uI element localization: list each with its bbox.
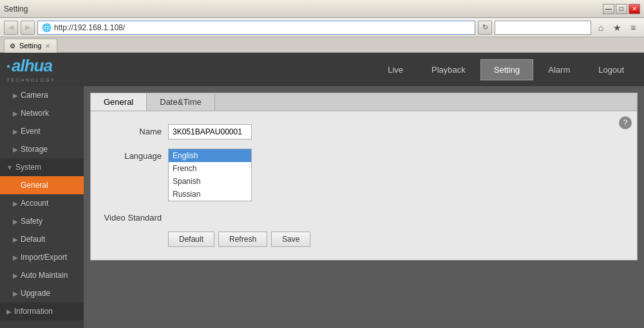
window-title: Setting	[4, 5, 28, 14]
arrow-icon: ▶	[6, 308, 12, 315]
sidebar-item-import-export[interactable]: ▶ Import/Export	[0, 248, 84, 266]
name-control	[168, 124, 252, 140]
tab-general[interactable]: General	[91, 93, 147, 111]
app-nav: Live Playback Setting Alarm Logout	[374, 59, 638, 80]
arrow-icon: ▶	[13, 290, 18, 297]
language-dropdown[interactable]: English French Spanish Russian	[168, 149, 252, 201]
maximize-button[interactable]: □	[616, 4, 627, 14]
window-controls: — □ ✕	[603, 4, 640, 14]
arrow-icon: ▶	[13, 200, 18, 207]
sidebar-item-upgrade[interactable]: ▶ Upgrade	[0, 284, 84, 302]
language-option-spanish[interactable]: Spanish	[169, 175, 251, 188]
sidebar-label: Auto Maintain	[21, 271, 68, 280]
sidebar-label: General	[21, 181, 48, 190]
save-button[interactable]: Save	[271, 232, 310, 247]
nav-logout[interactable]: Logout	[585, 59, 638, 80]
video-standard-row: Video Standard	[104, 210, 624, 223]
sidebar-label: Account	[21, 199, 48, 208]
sidebar-label: Safety	[21, 217, 43, 226]
language-option-french[interactable]: French	[169, 162, 251, 175]
sidebar-item-information[interactable]: ▶ Information	[0, 302, 84, 320]
nav-playback[interactable]: Playback	[418, 59, 479, 80]
app-container: ● alhua TECHNOLOGY Live Playback Setting…	[0, 53, 644, 328]
nav-setting[interactable]: Setting	[480, 59, 533, 80]
arrow-icon: ▶	[13, 254, 18, 261]
help-icon[interactable]: ?	[619, 116, 632, 129]
sidebar-label: Information	[14, 307, 53, 316]
sidebar-label: Event	[21, 127, 41, 136]
arrow-icon: ▶	[13, 218, 18, 225]
content-area: General Date&Time ? Name Language	[84, 86, 644, 328]
sidebar-item-auto-maintain[interactable]: ▶ Auto Maintain	[0, 266, 84, 284]
search-input[interactable]	[495, 21, 591, 35]
close-button[interactable]: ✕	[629, 4, 640, 14]
toolbar-icons: ⌂ ★ ≡	[594, 21, 640, 35]
search-area	[495, 21, 591, 35]
sidebar-item-general[interactable]: ▶ General	[0, 176, 84, 194]
language-row: Language English French Spanish Russian	[104, 149, 624, 201]
browser-nav-bar: ◀ ▶ 🌐 http://192.168.1.108/ ↻ ⌂ ★ ≡	[0, 18, 644, 37]
browser-tab[interactable]: ⚙ Setting ✕	[4, 39, 57, 53]
sidebar-item-system[interactable]: ▼ System	[0, 158, 84, 176]
language-label: Language	[104, 149, 168, 161]
language-option-russian[interactable]: Russian	[169, 188, 251, 201]
logo-subtext: TECHNOLOGY	[6, 77, 55, 83]
language-control: English French Spanish Russian	[168, 149, 252, 201]
arrow-icon: ▶	[13, 92, 18, 99]
app-logo: ● alhua TECHNOLOGY	[6, 56, 55, 83]
name-row: Name	[104, 124, 624, 140]
arrow-icon: ▶	[13, 272, 18, 279]
back-button[interactable]: ◀	[4, 21, 18, 35]
title-bar: Setting — □ ✕	[0, 0, 644, 18]
sidebar-label: Default	[21, 235, 45, 244]
arrow-icon: ▶	[13, 182, 18, 189]
button-row: Default Refresh Save	[104, 232, 624, 247]
default-button[interactable]: Default	[168, 232, 214, 247]
video-standard-label: Video Standard	[104, 210, 168, 223]
arrow-icon: ▼	[6, 164, 13, 171]
panel-tabs: General Date&Time	[91, 93, 637, 111]
tools-icon[interactable]: ≡	[626, 21, 640, 35]
sidebar-item-account[interactable]: ▶ Account	[0, 194, 84, 212]
arrow-icon: ▶	[13, 146, 18, 153]
content-panel: General Date&Time ? Name Language	[90, 93, 638, 260]
refresh-button[interactable]: ↻	[478, 21, 492, 35]
name-label: Name	[104, 124, 168, 136]
forward-button[interactable]: ▶	[21, 21, 35, 35]
sidebar-label: Storage	[21, 145, 48, 154]
sidebar-item-network[interactable]: ▶ Network	[0, 104, 84, 122]
home-icon[interactable]: ⌂	[594, 21, 608, 35]
address-favicon: 🌐	[42, 23, 52, 32]
tab-close-icon[interactable]: ✕	[45, 42, 50, 50]
nav-alarm[interactable]: Alarm	[535, 59, 583, 80]
arrow-icon: ▶	[13, 110, 18, 117]
sidebar-label: Import/Export	[21, 253, 67, 262]
tab-label: Setting	[19, 42, 41, 50]
sidebar-label: Upgrade	[21, 289, 50, 298]
sidebar-item-event[interactable]: ▶ Event	[0, 122, 84, 140]
sidebar-item-camera[interactable]: ▶ Camera	[0, 86, 84, 104]
sidebar: ▶ Camera ▶ Network ▶ Event ▶ Storage ▼ S…	[0, 86, 84, 328]
star-icon[interactable]: ★	[610, 21, 624, 35]
tab-datetime[interactable]: Date&Time	[147, 93, 215, 111]
panel-body: ? Name Language English French	[91, 111, 637, 260]
sidebar-label: Camera	[21, 91, 48, 100]
address-bar[interactable]: 🌐 http://192.168.1.108/	[37, 21, 475, 35]
arrow-icon: ▶	[13, 128, 18, 135]
nav-live[interactable]: Live	[374, 59, 417, 80]
language-option-english[interactable]: English	[169, 149, 251, 162]
refresh-button[interactable]: Refresh	[218, 232, 267, 247]
arrow-icon: ▶	[13, 236, 18, 243]
name-input[interactable]	[168, 124, 252, 140]
sidebar-label: Network	[21, 109, 49, 118]
sidebar-item-default[interactable]: ▶ Default	[0, 230, 84, 248]
tab-favicon: ⚙	[10, 42, 15, 50]
minimize-button[interactable]: —	[603, 4, 614, 14]
tab-bar: ⚙ Setting ✕	[0, 37, 644, 53]
sidebar-item-safety[interactable]: ▶ Safety	[0, 212, 84, 230]
app-header: ● alhua TECHNOLOGY Live Playback Setting…	[0, 53, 644, 86]
sidebar-item-storage[interactable]: ▶ Storage	[0, 140, 84, 158]
main-content: ▶ Camera ▶ Network ▶ Event ▶ Storage ▼ S…	[0, 86, 644, 328]
logo-image: ● alhua TECHNOLOGY	[6, 56, 55, 83]
logo-text: alhua	[12, 56, 52, 76]
